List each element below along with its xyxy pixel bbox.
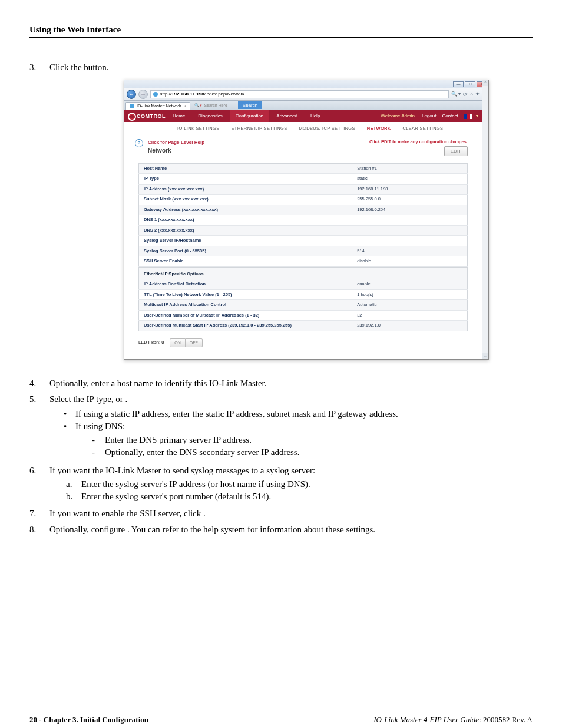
step-text: Click the button. xyxy=(49,61,533,74)
table-row: Gateway Address (xxx.xxx.xxx.xxx)192.168… xyxy=(139,205,468,215)
search-placeholder: Search Here xyxy=(204,103,227,108)
browser-screenshot: — □ ✕ ← → http://192.168.11.198/index.ph… xyxy=(124,80,533,360)
setting-value: 239.192.1.0 xyxy=(352,321,467,331)
subnav-network[interactable]: NETWORK xyxy=(361,126,397,132)
help-icon[interactable]: ? xyxy=(135,139,143,147)
setting-label: User-Defined Number of Multicast IP Addr… xyxy=(139,310,353,321)
step-4: 4. Optionally, enter a host name to iden… xyxy=(29,377,533,390)
tab-close-icon[interactable]: × xyxy=(183,103,186,109)
setting-value xyxy=(352,215,467,226)
setting-label: Gateway Address (xxx.xxx.xxx.xxx) xyxy=(139,205,353,215)
setting-label: DNS 2 (xxx.xxx.xxx.xxx) xyxy=(139,225,353,236)
edit-note: Click EDIT to make any configuration cha… xyxy=(369,139,468,144)
url-text: http://192.168.11.198/index.php/Network xyxy=(160,91,244,98)
vertical-scrollbar[interactable] xyxy=(482,80,488,359)
table-row: DNS 2 (xxx.xxx.xxx.xxx) xyxy=(139,225,468,236)
led-off-button[interactable]: OFF xyxy=(185,338,203,348)
tab-bar: IO-Link Master: Network × 🔍▾ Search Here… xyxy=(124,101,488,110)
setting-label: Multicast IP Address Allocation Control xyxy=(139,300,353,311)
setting-value xyxy=(352,225,467,236)
table-row: User-Defined Multicast Start IP Address … xyxy=(139,321,468,331)
ie-icon xyxy=(130,104,134,108)
table-row: Host NameStation #1 xyxy=(139,163,468,174)
subnav-iolink[interactable]: IO-LINK SETTINGS xyxy=(171,126,225,132)
window-titlebar: — □ ✕ xyxy=(124,80,488,88)
brand-logo: COMTROL xyxy=(128,113,166,120)
setting-value: Automatic xyxy=(352,300,467,311)
logo-icon xyxy=(128,113,135,120)
ethernetip-options-table: EtherNet/IP Specific Options IP Address … xyxy=(138,267,468,331)
page-help-link[interactable]: Click for Page-Level Help xyxy=(148,139,365,146)
home-icon[interactable]: ⌂ xyxy=(470,91,473,97)
subnav-modbus[interactable]: MODBUS/TCP SETTINGS xyxy=(293,126,361,132)
search-dropdown-icon[interactable]: 🔍 ▾ xyxy=(451,91,461,97)
led-on-button[interactable]: ON xyxy=(170,338,185,348)
ie-icon xyxy=(153,92,158,97)
maximize-button[interactable]: □ xyxy=(465,81,475,87)
table-row: User-Defined Number of Multicast IP Addr… xyxy=(139,310,468,321)
setting-label: Syslog Server Port (0 - 65535) xyxy=(139,246,353,256)
table-row: IP Address (xxx.xxx.xxx.xxx)192.168.11.1… xyxy=(139,184,468,195)
setting-value: 514 xyxy=(352,246,467,256)
setting-value: Station #1 xyxy=(352,163,467,174)
brand-text: COMTROL xyxy=(137,113,166,120)
table-row: DNS 1 (xxx.xxx.xxx.xxx) xyxy=(139,215,468,226)
setting-value: disable xyxy=(352,256,467,267)
led-flash-row: LED Flash: 0 ON OFF xyxy=(138,338,468,348)
step-8: 8. Optionally, configure . You can refer… xyxy=(29,523,533,536)
step-number: 3. xyxy=(29,61,49,74)
setting-label: IP Type xyxy=(139,174,353,185)
language-dropdown-icon[interactable]: ▾ xyxy=(476,113,478,119)
contact-link[interactable]: Contact xyxy=(439,110,461,122)
back-button[interactable]: ← xyxy=(127,90,136,99)
letter-item: a.Enter the syslog server's IP address (… xyxy=(66,478,533,490)
search-tab: 🔍▾ Search Here Search xyxy=(191,101,263,110)
nav-diagnostics[interactable]: Diagnostics xyxy=(192,110,228,122)
url-input[interactable]: http://192.168.11.198/index.php/Network xyxy=(150,90,449,98)
setting-value: 1 hop(s) xyxy=(352,289,467,300)
table-row: Syslog Server IP/Hostname xyxy=(139,236,468,246)
address-bar: ← → http://192.168.11.198/index.php/Netw… xyxy=(124,88,488,101)
letter-item: b.Enter the syslog server's port number … xyxy=(66,490,533,503)
setting-value: 192.168.11.198 xyxy=(352,184,467,195)
table-row: IP Typestatic xyxy=(139,174,468,185)
welcome-text: Welcome Admin xyxy=(377,113,418,119)
setting-value: 32 xyxy=(352,310,467,321)
network-settings-table: Host NameStation #1IP TypestaticIP Addre… xyxy=(138,163,468,267)
minimize-button[interactable]: — xyxy=(453,81,464,87)
search-button[interactable]: Search xyxy=(238,101,262,109)
edit-button[interactable]: EDIT xyxy=(444,146,468,156)
table-row: TTL (Time To Live) Network Value (1 - 25… xyxy=(139,289,468,300)
setting-label: SSH Server Enable xyxy=(139,256,353,267)
setting-label: Host Name xyxy=(139,163,353,174)
table-row: Subnet Mask (xxx.xxx.xxx.xxx)255.255.0.0 xyxy=(139,195,468,205)
flag-icon[interactable] xyxy=(464,114,472,119)
table-row: SSH Server Enabledisable xyxy=(139,256,468,267)
footer-left: 20 - Chapter 3. Initial Configuration xyxy=(29,715,148,724)
footer-guide-title: IO-Link Master 4-EIP User Guide xyxy=(373,715,479,724)
favorites-icon[interactable]: ★ xyxy=(475,91,480,97)
table-row: Syslog Server Port (0 - 65535)514 xyxy=(139,246,468,256)
nav-advanced[interactable]: Advanced xyxy=(270,110,303,122)
forward-button[interactable]: → xyxy=(138,90,148,99)
nav-help[interactable]: Help xyxy=(305,110,326,122)
refresh-icon[interactable]: ⟳ xyxy=(463,91,468,98)
tab-title: IO-Link Master: Network xyxy=(137,103,181,109)
page-header: Using the Web Interface xyxy=(29,24,533,38)
app-nav-banner: COMTROL Home Diagnostics Configuration A… xyxy=(124,110,482,122)
subnav-clear[interactable]: CLEAR SETTINGS xyxy=(397,126,449,132)
setting-label: User-Defined Multicast Start IP Address … xyxy=(139,321,353,331)
step-7: 7. If you want to enable the SSH server,… xyxy=(29,508,533,520)
step-3: 3. Click the button. xyxy=(29,61,533,74)
logout-link[interactable]: Logout xyxy=(419,110,438,122)
nav-configuration[interactable]: Configuration xyxy=(230,110,270,122)
browser-tab[interactable]: IO-Link Master: Network × xyxy=(125,102,190,110)
subnav-ethernetip[interactable]: ETHERNET/IP SETTINGS xyxy=(225,126,293,132)
setting-label: Subnet Mask (xxx.xxx.xxx.xxx) xyxy=(139,195,353,205)
table-row: Multicast IP Address Allocation ControlA… xyxy=(139,300,468,311)
step-6: 6. If you want the IO-Link Master to sen… xyxy=(29,465,533,504)
setting-value: static xyxy=(352,174,467,185)
table-row: IP Address Conflict Detectionenable xyxy=(139,279,468,290)
setting-label: DNS 1 (xxx.xxx.xxx.xxx) xyxy=(139,215,353,226)
nav-home[interactable]: Home xyxy=(167,110,191,122)
